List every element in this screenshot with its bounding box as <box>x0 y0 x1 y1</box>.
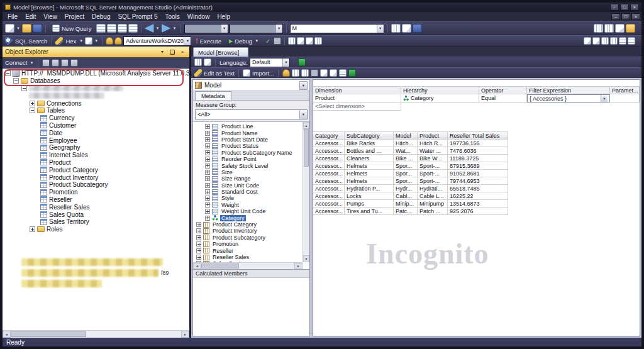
debug-dropdown-icon[interactable]: ▾ <box>254 38 259 43</box>
expander-icon[interactable] <box>196 228 201 233</box>
metadata-tree-item[interactable]: Product Status <box>193 143 303 149</box>
reseller-total-sales-cell[interactable]: 925.2076 <box>448 208 508 215</box>
metadata-tree-item[interactable]: Product Name <box>193 130 303 136</box>
results-row[interactable]: Accessor... Bike Racks Hitch... Hitch R.… <box>313 140 508 147</box>
model-cell[interactable]: Bike ... <box>394 155 418 162</box>
tree-node-table[interactable]: Customer <box>3 122 189 130</box>
expander-icon[interactable] <box>205 183 210 188</box>
tree-node-roles[interactable]: Roles <box>3 226 189 233</box>
reseller-total-sales-cell[interactable]: 13514.6873 <box>448 200 508 208</box>
comment-icon[interactable] <box>584 37 591 45</box>
product-cell[interactable]: Bike W... <box>418 155 448 162</box>
model-cell[interactable]: Spor... <box>394 170 418 177</box>
scrollbar-thumb[interactable] <box>201 263 239 269</box>
filter-column-header[interactable]: Filter Expression <box>527 86 610 94</box>
indent-icon[interactable] <box>601 37 609 45</box>
cancel-query-icon[interactable] <box>274 37 281 45</box>
expander-icon[interactable] <box>205 189 210 194</box>
uncomment-icon[interactable] <box>592 37 600 45</box>
mdi-restore-button[interactable]: □ <box>621 13 630 20</box>
menu-item[interactable]: Edit <box>21 13 40 20</box>
reseller-total-sales-cell[interactable]: 91052.8681 <box>448 170 508 177</box>
combo-arrow-icon[interactable]: ▾ <box>184 37 191 45</box>
expander-icon[interactable] <box>205 157 210 162</box>
model-cell[interactable]: Spor... <box>394 177 418 185</box>
tree-node-table[interactable]: Product <box>3 159 189 167</box>
expander-icon[interactable] <box>205 202 210 208</box>
metadata-tree-item[interactable]: Product Category <box>193 221 303 228</box>
product-cell[interactable]: Cable L... <box>418 192 448 200</box>
product-cell[interactable]: Sport-... <box>418 177 448 185</box>
tree-node-table[interactable]: Sales Territory <box>3 218 189 226</box>
model-cell[interactable]: Hydr... <box>394 185 418 192</box>
expander-icon[interactable] <box>196 222 201 227</box>
image-icon[interactable] <box>348 69 356 77</box>
disconnect-icon[interactable] <box>42 59 50 67</box>
tree-node-table[interactable]: Geography <box>3 144 189 152</box>
menu-item[interactable]: Help <box>213 13 234 20</box>
reseller-total-sales-cell[interactable]: 16225.22 <box>448 192 508 200</box>
metadata-tree-item[interactable]: Weight Unit Code <box>193 208 303 214</box>
scroll-right-icon[interactable]: ▸ <box>294 263 303 269</box>
product-cell[interactable]: Sport-... <box>418 170 448 177</box>
filter-expression-cell[interactable]: { Accessories } ▾ <box>527 94 610 102</box>
model-cell[interactable]: Minip... <box>394 200 418 208</box>
reseller-total-sales-cell[interactable]: 87915.3689 <box>448 162 508 170</box>
metadata-tree-item[interactable]: Product Start Date <box>193 136 303 143</box>
category-cell[interactable]: Accessor... <box>313 208 345 215</box>
move-down-icon[interactable] <box>330 69 337 77</box>
expander-icon[interactable] <box>205 150 210 155</box>
tree-node-database-redacted[interactable] <box>3 85 189 92</box>
tree-node-table[interactable]: Product Category <box>3 166 189 174</box>
database-combo[interactable]: AdventureWorksDW2012M▾ <box>123 36 191 46</box>
metadata-tree-item[interactable]: Product Subcategory <box>193 235 303 241</box>
results-row[interactable]: Accessor... Helmets Spor... Sport-... 87… <box>313 162 508 170</box>
subcategory-cell[interactable]: Hydration P... <box>345 185 394 192</box>
sql-search-icon[interactable] <box>5 37 13 45</box>
tree-node-table[interactable]: Internet Sales <box>3 152 189 159</box>
panel-close-icon[interactable]: × <box>178 48 187 56</box>
cube-selection-icon[interactable] <box>194 58 202 66</box>
snippet-icon[interactable] <box>85 37 92 45</box>
reseller-total-sales-cell[interactable]: 7476.6036 <box>448 147 508 155</box>
metadata-tree-item[interactable]: Size <box>193 169 303 175</box>
category-cell[interactable]: Accessor... <box>313 162 345 170</box>
menu-item[interactable]: File <box>4 13 21 20</box>
auto-exists-icon[interactable] <box>301 69 309 77</box>
scroll-left-icon[interactable]: ◂ <box>193 263 201 269</box>
tree-node-connections[interactable]: Connections <box>3 99 189 107</box>
tree-node-redacted[interactable] <box>3 92 189 99</box>
metadata-tree-item[interactable]: Size Unit Code <box>193 182 303 189</box>
auto-hide-pin-icon[interactable] <box>168 48 177 56</box>
reseller-total-sales-cell[interactable]: 79744.6953 <box>448 177 508 185</box>
connect-database-icon[interactable] <box>106 37 113 45</box>
results-text-icon[interactable] <box>402 24 411 33</box>
metadata-tree-item[interactable]: Safety Stock Level <box>193 162 303 169</box>
scroll-up-icon[interactable]: ▴ <box>303 122 309 129</box>
category-cell[interactable]: Accessor... <box>313 155 345 162</box>
diagram-icon[interactable] <box>604 24 614 33</box>
tree-node-table[interactable]: Product Inventory <box>3 174 189 181</box>
combo-arrow-icon[interactable]: ▾ <box>377 25 384 33</box>
expander-icon[interactable] <box>21 86 27 91</box>
reseller-total-sales-cell[interactable]: 11188.3725 <box>448 155 508 162</box>
results-row[interactable]: Accessor... Helmets Spor... Sport-... 91… <box>313 170 508 177</box>
tree-node-table[interactable]: Reseller <box>3 196 189 204</box>
product-cell[interactable]: Water ... <box>418 147 448 155</box>
subcategory-cell[interactable]: Helmets <box>345 170 394 177</box>
xmla-query-icon[interactable] <box>128 24 138 33</box>
scrollbar-thumb[interactable] <box>11 331 86 337</box>
model-cell[interactable]: Spor... <box>394 162 418 170</box>
filter-placeholder-row[interactable]: <Select dimension> <box>313 102 640 111</box>
category-cell[interactable]: Accessor... <box>313 140 345 147</box>
tab-model-browse[interactable]: Model [Browse] <box>193 47 248 57</box>
results-row[interactable]: Accessor... Locks Cabl... Cable L... 162… <box>313 192 508 200</box>
scroll-down-icon[interactable]: ▾ <box>303 255 309 262</box>
expression-dropdown-icon[interactable]: ▾ <box>601 95 608 102</box>
tab-metadata[interactable]: Metadata <box>195 91 231 100</box>
subcategory-cell[interactable]: Bottles and ... <box>345 147 394 155</box>
product-cell[interactable]: Minipump <box>418 200 448 208</box>
subcategory-cell[interactable]: Tires and Tu... <box>345 208 394 215</box>
metadata-tree-item[interactable]: Reorder Point <box>193 156 303 162</box>
reseller-total-sales-cell[interactable]: 65518.7485 <box>448 185 508 192</box>
